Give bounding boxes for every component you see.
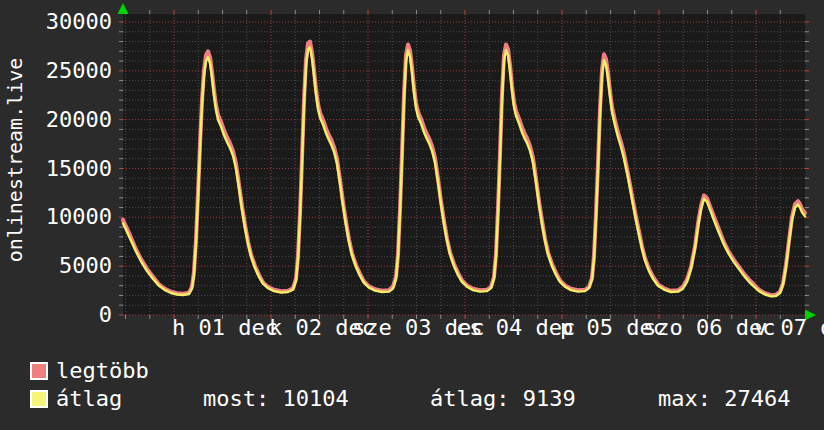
stat-max: max: 27464 [658,388,790,410]
y-axis-label: 15000 [40,158,112,180]
y-axis-label: 5000 [40,255,112,277]
legend-label-average: átlag [56,388,122,410]
y-axis-label: 25000 [40,60,112,82]
y-axis-arrow-icon [118,3,129,14]
y-axis-label: 30000 [40,11,112,33]
legend-swatch-average [30,390,48,408]
x-axis-label: v 07 dec [754,317,824,339]
y-axis-label: 10000 [40,206,112,228]
plot-background [123,14,805,315]
y-axis-label: 0 [40,304,112,326]
graph-canvas: onlinestream.live 30000 25000 20000 1500… [0,0,824,430]
chart-title: onlinestream.live [5,58,25,263]
stat-average: átlag: 9139 [430,388,576,410]
x-axis-label: h 01 dec [172,317,278,339]
legend-label-max: legtöbb [56,360,149,382]
legend-swatch-max [30,362,48,380]
y-axis-label: 20000 [40,109,112,131]
x-axis-label: cs 04 dec [456,317,575,339]
stat-most: most: 10104 [203,388,349,410]
